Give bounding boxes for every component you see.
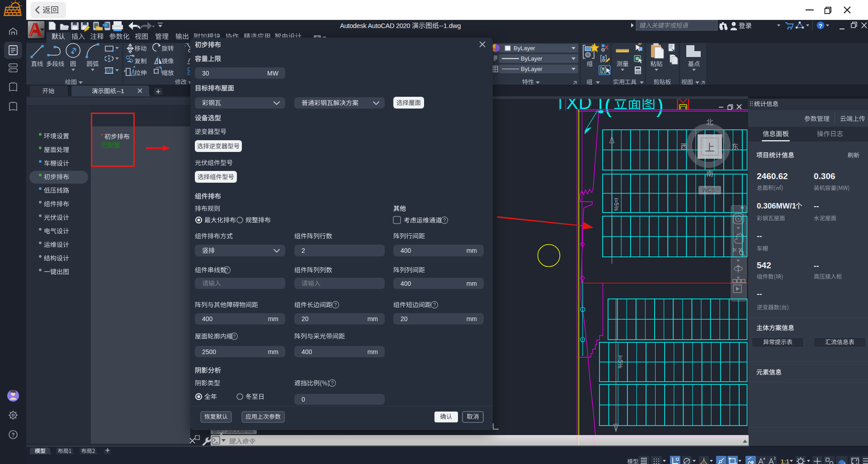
svg-text:mm: mm <box>467 280 477 287</box>
svg-text:400: 400 <box>302 348 312 355</box>
svg-text:--: -- <box>757 232 762 240</box>
svg-text:WCS: WCS <box>702 187 715 194</box>
svg-text:i=5%: i=5% <box>613 198 619 211</box>
svg-text:30: 30 <box>202 70 209 77</box>
svg-text:?: ? <box>443 218 446 223</box>
svg-text:--: -- <box>814 202 819 210</box>
svg-text:ByLayer: ByLayer <box>521 55 542 62</box>
svg-text:Autodesk AutoCAD 2020: Autodesk AutoCAD 2020 <box>340 22 410 29</box>
svg-text:400: 400 <box>202 315 213 322</box>
svg-text:mm: mm <box>268 348 278 355</box>
svg-text:--: -- <box>757 289 762 298</box>
svg-text:542: 542 <box>757 260 771 270</box>
svg-text:400: 400 <box>401 280 411 287</box>
svg-text:2500: 2500 <box>202 348 216 355</box>
svg-text:--1: --1 <box>117 88 124 95</box>
svg-text:?: ? <box>331 380 334 386</box>
svg-text:--: -- <box>814 261 819 270</box>
svg-text:mm: mm <box>368 315 378 322</box>
svg-text:mm: mm <box>467 247 477 254</box>
svg-text:?: ? <box>819 23 822 29</box>
svg-text:2: 2 <box>302 247 305 254</box>
svg-text:mm: mm <box>268 315 278 322</box>
svg-text:?: ? <box>334 302 337 308</box>
svg-text:i=5%: i=5% <box>617 355 623 368</box>
svg-text:?: ? <box>226 267 228 273</box>
svg-text:0.306MW/1: 0.306MW/1 <box>757 202 796 210</box>
svg-text:0.306: 0.306 <box>814 171 835 181</box>
svg-text:400: 400 <box>401 247 411 254</box>
svg-text:?: ? <box>233 334 236 339</box>
svg-text:0: 0 <box>302 396 305 403</box>
svg-text:mm: mm <box>467 315 477 322</box>
svg-text:ByLayer: ByLayer <box>514 45 535 52</box>
svg-text:20: 20 <box>401 315 408 322</box>
svg-text:MW: MW <box>267 70 279 77</box>
svg-text:--1.dwg: --1.dwg <box>439 22 461 29</box>
svg-text:20: 20 <box>302 315 309 322</box>
svg-text:?: ? <box>11 432 14 438</box>
svg-text:ByLayer: ByLayer <box>521 66 542 72</box>
svg-text:1:1: 1:1 <box>781 458 789 464</box>
svg-text:2460.62: 2460.62 <box>757 171 788 181</box>
svg-text:mm: mm <box>368 348 378 355</box>
svg-text:?: ? <box>433 302 436 308</box>
